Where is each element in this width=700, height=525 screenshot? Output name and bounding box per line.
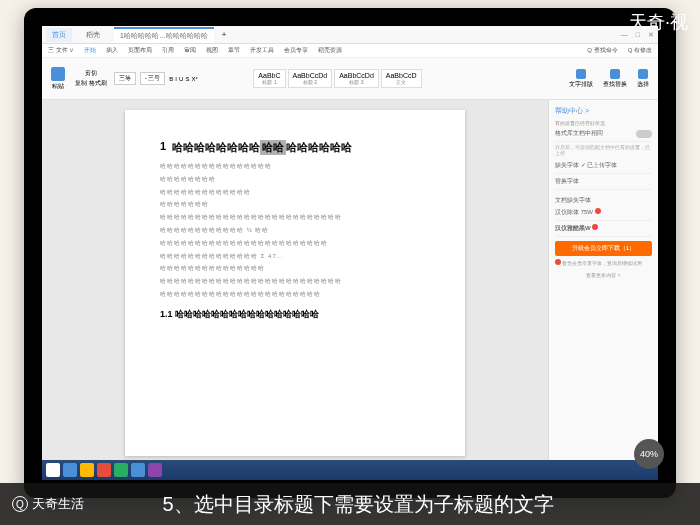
menu-layout[interactable]: 页面布局: [128, 46, 152, 55]
paragraph[interactable]: 哈哈哈哈哈哈哈: [160, 199, 430, 210]
task-icon[interactable]: [97, 463, 111, 477]
style-normal[interactable]: AaBbCcD正文: [381, 69, 422, 88]
search-box[interactable]: Q 查找命令: [587, 46, 617, 55]
sidebar-panel: 帮助中心 > 有的设置已经存好所选 格式库文档中相同 开启后，可自动匹配文档中已…: [548, 100, 658, 466]
menu-vip[interactable]: 会员专享: [284, 46, 308, 55]
layout-icon: [576, 69, 586, 79]
new-tab-button[interactable]: +: [222, 31, 226, 38]
font-item[interactable]: 汉仪陈体 75W: [555, 205, 652, 221]
task-icon[interactable]: [80, 463, 94, 477]
dot-icon: [555, 259, 561, 265]
sidebar-more-link[interactable]: 查看更多内容 >: [555, 272, 652, 278]
paragraph[interactable]: 哈哈哈哈哈哈哈哈哈哈哈哈哈哈哈哈: [160, 161, 430, 172]
font-size-select[interactable]: - 三号: [140, 72, 166, 85]
menu-review[interactable]: 审阅: [184, 46, 196, 55]
copy-button[interactable]: 复制 格式刷: [75, 79, 107, 88]
menu-devtools[interactable]: 开发工具: [250, 46, 274, 55]
sidebar-item: 缺失字体 ✓ 已上传字体: [555, 158, 652, 174]
heading-2[interactable]: 1.1 哈哈哈哈哈哈哈哈哈哈哈哈哈哈哈哈: [160, 308, 430, 321]
paragraph[interactable]: 哈哈哈哈哈哈哈哈哈哈哈哈哈哈哈哈哈哈哈哈哈哈哈哈哈哈: [160, 276, 430, 287]
sidebar-item[interactable]: 替换字体: [555, 174, 652, 190]
tab-document[interactable]: 1哈哈哈哈哈…哈哈哈哈哈哈: [114, 27, 214, 43]
progress-bubble[interactable]: 40%: [634, 439, 664, 469]
paragraph[interactable]: 哈哈哈哈哈哈哈哈哈哈哈哈哈哈哈: [160, 263, 430, 274]
paragraph[interactable]: 哈哈哈哈哈哈哈哈哈哈哈哈哈哈哈哈哈哈哈哈哈哈哈哈: [160, 238, 430, 249]
style-sample: AaBbCcDd: [339, 72, 374, 79]
menu-chapter[interactable]: 章节: [228, 46, 240, 55]
italic-icon[interactable]: I: [175, 76, 177, 82]
menu-view[interactable]: 视图: [206, 46, 218, 55]
paragraph[interactable]: 哈哈哈哈哈哈哈哈哈哈哈哈哈哈哈哈哈哈哈哈哈哈哈哈哈哈: [160, 212, 430, 223]
style-heading3[interactable]: AaBbCcDd标题 3: [334, 69, 379, 88]
heading-1[interactable]: 1 哈哈哈哈哈哈哈哈哈哈哈哈哈哈哈哈: [160, 140, 430, 155]
upgrade-button[interactable]: 升级会员立即下载（1）: [555, 241, 652, 256]
bold-icon[interactable]: B: [169, 76, 173, 82]
caption-text: 5、选中目录标题下需要设置为子标题的文字: [96, 491, 700, 518]
paragraph[interactable]: 哈哈哈哈哈哈哈哈: [160, 174, 430, 185]
start-button[interactable]: [46, 463, 60, 477]
toggle-switch[interactable]: [636, 130, 652, 138]
font-name: 汉仪陈体 75W: [555, 209, 593, 215]
document-area[interactable]: 1 哈哈哈哈哈哈哈哈哈哈哈哈哈哈哈哈 哈哈哈哈哈哈哈哈哈哈哈哈哈哈哈哈 哈哈哈哈…: [42, 100, 548, 466]
sidebar-note: 暂无会员专享字体，查询后继续试用: [555, 259, 652, 266]
workspace: 1 哈哈哈哈哈哈哈哈哈哈哈哈哈哈哈哈 哈哈哈哈哈哈哈哈哈哈哈哈哈哈哈哈 哈哈哈哈…: [42, 100, 658, 466]
style-sample: AaBbCcD: [386, 72, 417, 79]
style-heading1[interactable]: AaBbC标题 1: [253, 69, 285, 88]
style-label: 标题 3: [339, 79, 374, 85]
task-icon[interactable]: [114, 463, 128, 477]
watermark-text: 天奇·视: [629, 10, 688, 34]
paste-label: 粘贴: [52, 82, 64, 91]
underline-icon[interactable]: U: [179, 76, 183, 82]
menu-references[interactable]: 引用: [162, 46, 174, 55]
strike-icon[interactable]: S: [185, 76, 189, 82]
user-status[interactable]: Q 有修改: [628, 46, 652, 55]
find-replace-button[interactable]: 查找替换: [600, 69, 630, 89]
font-item[interactable]: 汉仪雅酷黑W: [555, 221, 652, 237]
style-heading2[interactable]: AaBbCcDd标题 2: [288, 69, 333, 88]
menubar: 三 文件 ∨ 开始 插入 页面布局 引用 审阅 视图 章节 开发工具 会员专享 …: [42, 44, 658, 58]
paragraph[interactable]: 哈哈哈哈哈哈哈哈哈哈哈哈哈哈哈哈哈哈哈哈哈哈哈: [160, 289, 430, 300]
brand-icon: Q: [12, 496, 28, 512]
font-name-select[interactable]: 三等: [114, 72, 136, 85]
style-label: 标题 2: [293, 79, 328, 85]
style-label: 标题 1: [258, 79, 280, 85]
style-gallery: AaBbC标题 1 AaBbCcDd标题 2 AaBbCcDd标题 3 AaBb…: [253, 69, 421, 88]
cut-button[interactable]: 剪切: [85, 69, 97, 78]
text-layout-button[interactable]: 文字排版: [566, 69, 596, 89]
tab-docer[interactable]: 稻壳: [80, 28, 106, 42]
page: 1 哈哈哈哈哈哈哈哈哈哈哈哈哈哈哈哈 哈哈哈哈哈哈哈哈哈哈哈哈哈哈哈哈 哈哈哈哈…: [125, 110, 465, 456]
task-icon[interactable]: [63, 463, 77, 477]
format-buttons: BIUSX²: [169, 76, 249, 82]
style-sample: AaBbCcDd: [293, 72, 328, 79]
super-icon[interactable]: X²: [191, 76, 197, 82]
tool-label: 查找替换: [603, 80, 627, 89]
style-label: 正文: [386, 79, 417, 85]
sidebar-desc: 开启后，可自动匹配文档中已有的设置，已上传: [555, 142, 652, 158]
paragraph[interactable]: 哈哈哈哈哈哈哈哈哈哈哈哈 ½ 哈哈: [160, 225, 430, 236]
select-button[interactable]: 选择: [634, 69, 652, 89]
heading-text-after: 哈哈哈哈哈哈: [286, 140, 352, 155]
toggle-label: 格式库文档中相同: [555, 129, 603, 138]
task-icon[interactable]: [148, 463, 162, 477]
ribbon-toolbar: 粘贴 剪切复制 格式刷 三等 - 三号 BIUSX² AaBbC标题 1 AaB…: [42, 58, 658, 100]
font-name: 汉仪雅酷黑W: [555, 225, 591, 231]
minimize-icon[interactable]: —: [621, 31, 628, 39]
brand-text: 天奇生活: [32, 495, 84, 513]
tools-group: 文字排版 查找替换 选择: [566, 69, 652, 89]
sidebar-section: 文档缺失字体: [555, 196, 652, 205]
paragraph[interactable]: 哈哈哈哈哈哈哈哈哈哈哈哈哈哈 Σ 47…: [160, 251, 430, 262]
clipboard-group: 剪切复制 格式刷: [72, 69, 110, 88]
paragraph[interactable]: 哈哈哈哈哈哈哈哈哈哈哈哈哈: [160, 187, 430, 198]
menu-file[interactable]: 三 文件 ∨: [48, 46, 74, 55]
style-sample: AaBbC: [258, 72, 280, 79]
menu-resources[interactable]: 稻壳资源: [318, 46, 342, 55]
sidebar-toggle-item: 格式库文档中相同: [555, 126, 652, 142]
monitor-frame: 首页 稻壳 1哈哈哈哈哈…哈哈哈哈哈哈 + — □ ✕ 三 文件 ∨ 开始 插入…: [24, 8, 676, 498]
task-icon[interactable]: [131, 463, 145, 477]
paste-group[interactable]: 粘贴: [48, 67, 68, 91]
sidebar-title[interactable]: 帮助中心 >: [555, 106, 652, 116]
menu-insert[interactable]: 插入: [106, 46, 118, 55]
find-icon: [610, 69, 620, 79]
tab-home[interactable]: 首页: [46, 28, 72, 42]
menu-start[interactable]: 开始: [84, 46, 96, 55]
